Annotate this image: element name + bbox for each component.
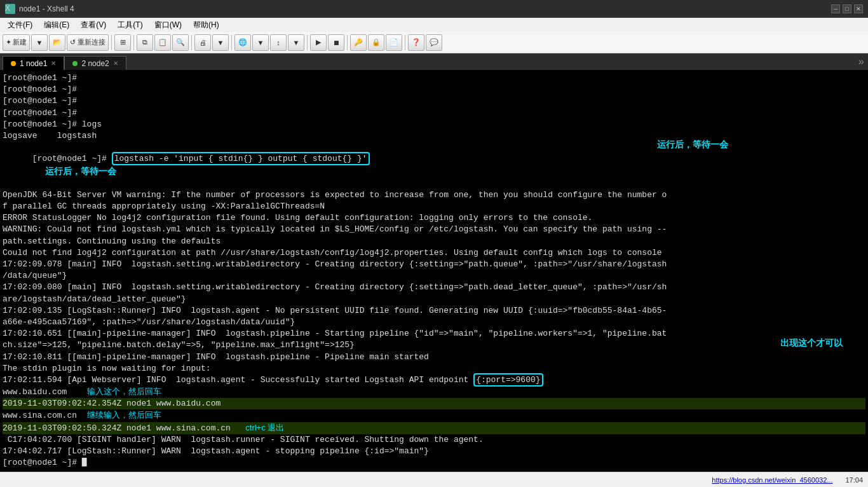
line-3: [root@node1 ~]#: [3, 95, 865, 107]
toolbar-separator-6: [347, 35, 348, 50]
cmd-highlighted: logstash -e 'input { stdin{} } output { …: [112, 152, 370, 165]
title-bar: X node1 - Xshell 4 ─ □ ✕: [0, 0, 868, 18]
line-20: 17:02:10.651 [[main]-pipeline-manager] I…: [3, 328, 865, 340]
annotation-ctrl-c: ctrl+c 退出: [245, 423, 284, 432]
paste-button[interactable]: 📋: [154, 34, 171, 51]
toolbar-separator-2: [133, 35, 134, 50]
line-1: [root@node1 ~]#: [3, 72, 865, 84]
tab-node1[interactable]: 1 node1 ✕: [3, 56, 64, 70]
copy-button[interactable]: ⧉: [137, 34, 153, 51]
folder-button[interactable]: 📂: [49, 34, 65, 51]
help-button[interactable]: ❓: [408, 34, 424, 51]
line-23: The stdin plugin is now waiting for inpu…: [3, 363, 865, 374]
tab-label-2: 2 node2: [81, 59, 109, 68]
line-13: Could not find log4j2 configuration at p…: [3, 247, 865, 259]
reconnect-button[interactable]: ↺ 重新连接: [67, 34, 109, 51]
tab-close-2[interactable]: ✕: [113, 60, 118, 67]
line-30: 17:04:02.717 [LogStash::Runner] WARN log…: [3, 446, 865, 457]
maximize-button[interactable]: □: [843, 4, 851, 13]
line-17: are/logstash/data/dead_letter_queue"}: [3, 294, 865, 305]
start-recording[interactable]: ▶: [310, 34, 327, 51]
line-8: OpenJDK 64-Bit Server VM warning: If the…: [3, 189, 865, 201]
line-15: /data/queue"}: [3, 270, 865, 282]
session-button[interactable]: ⊞: [114, 34, 131, 51]
port-highlight: {:port=>9600}: [473, 373, 543, 387]
tab-dot-2: [72, 61, 78, 66]
log-button[interactable]: 📄: [386, 34, 402, 51]
print-button[interactable]: 🖨: [194, 34, 211, 51]
window-controls: ─ □ ✕: [831, 4, 863, 13]
menu-edit[interactable]: 编辑(E): [39, 18, 74, 32]
line-25: www.baidu.com 输入这个，然后回车: [3, 386, 865, 398]
line-11: WARNING: Could not find logstash.yml whi…: [3, 224, 865, 235]
toolbar-separator-3: [191, 35, 192, 50]
line-24: 17:02:11.594 [Api Webserver] INFO logsta…: [3, 374, 865, 386]
menu-view[interactable]: 查看(V): [76, 18, 111, 32]
title-bar-left: X node1 - Xshell 4: [5, 4, 74, 14]
toolbar: ✦ 新建 ▼ 📂 ↺ 重新连接 ⊞ ⧉ 📋 🔍 🖨 ▼ 🌐 ▼ ↕ ▼ ▶ ⏹ …: [0, 32, 868, 53]
zoom-button[interactable]: 🔍: [172, 34, 189, 51]
close-button[interactable]: ✕: [854, 4, 863, 13]
menu-tools[interactable]: 工具(T): [112, 18, 147, 32]
lock-button[interactable]: 🔒: [368, 34, 384, 51]
annotation-run-wait: 运行后，等待一会: [45, 166, 116, 176]
menu-window[interactable]: 窗口(W): [149, 18, 187, 32]
line-5: [root@node1 ~]# logs: [3, 119, 865, 130]
line-14: 17:02:09.078 [main] INFO logstash.settin…: [3, 259, 865, 270]
line-27: www.sina.com.cn 继续输入，然后回车: [3, 409, 865, 422]
stop-recording[interactable]: ⏹: [328, 34, 344, 51]
app-icon: X: [5, 4, 15, 14]
tab-close-1[interactable]: ✕: [51, 60, 56, 67]
status-bar: https://blog.csdn.net/weixin_4560032... …: [0, 472, 868, 487]
terminal-wrapper: [root@node1 ~]# [root@node1 ~]# [root@no…: [0, 70, 868, 472]
tabs-bar: 1 node1 ✕ 2 node2 ✕ »: [0, 53, 868, 70]
menu-file[interactable]: 文件(F): [3, 18, 37, 32]
status-url[interactable]: https://blog.csdn.net/weixin_4560032...: [712, 476, 832, 484]
xftp-dropdown[interactable]: ▼: [288, 34, 304, 51]
print-dropdown[interactable]: ▼: [212, 34, 229, 51]
line-29: C17:04:02.700 [SIGINT handler] WARN logs…: [3, 434, 865, 446]
key-button[interactable]: 🔑: [350, 34, 367, 51]
toolbar-separator-4: [231, 35, 232, 50]
menu-bar: 文件(F) 编辑(E) 查看(V) 工具(T) 窗口(W) 帮助(H): [0, 18, 868, 32]
line-21: ch.size"=>125, "pipeline.batch.delay"=>5…: [3, 340, 865, 351]
line-26: 2019-11-03T09:02:42.354Z node1 www.baidu…: [3, 398, 865, 409]
line-22: 17:02:10.811 [[main]-pipeline-manager] I…: [3, 352, 865, 363]
line-10: ERROR StatusLogger No log4j2 configurati…: [3, 212, 865, 224]
annotation-continue-input: 继续输入，然后回车: [87, 410, 161, 420]
new-icon: ✦: [6, 38, 11, 46]
line-cmd: [root@node1 ~]# logstash -e 'input { std…: [3, 142, 865, 189]
prompt-text: [root@node1 ~]#: [32, 154, 112, 163]
status-time: 17:04: [845, 476, 863, 484]
new-label: 新建: [13, 38, 27, 47]
line-31: [root@node1 ~]# █: [3, 457, 865, 469]
window-title: node1 - Xshell 4: [19, 4, 74, 13]
terminal[interactable]: [root@node1 ~]# [root@node1 ~]# [root@no…: [0, 70, 868, 472]
line-16: 17:02:09.080 [main] INFO logstash.settin…: [3, 282, 865, 293]
toolbar-separator-7: [405, 35, 405, 50]
chat-button[interactable]: 💬: [426, 34, 442, 51]
open-dropdown[interactable]: ▼: [31, 34, 48, 51]
toolbar-separator-1: [111, 35, 112, 50]
xftp-button[interactable]: ↕: [270, 34, 287, 51]
line-28: 2019-11-03T09:02:50.324Z node1 www.sina.…: [3, 422, 865, 434]
annotation-input-this: 输入这个，然后回车: [87, 387, 161, 396]
menu-help[interactable]: 帮助(H): [188, 18, 224, 32]
line-2: [root@node1 ~]#: [3, 84, 865, 95]
line-9: f parallel GC threads appropriately usin…: [3, 201, 865, 212]
minimize-button[interactable]: ─: [831, 4, 840, 13]
tab-dot-1: [11, 61, 16, 66]
tab-label-1: 1 node1: [20, 59, 47, 68]
tab-scroll-right[interactable]: »: [854, 55, 868, 70]
line-6: logsave logstash: [3, 130, 865, 142]
toolbar-separator-5: [307, 35, 308, 50]
line-18: 17:02:09.135 [LogStash::Runner] INFO log…: [3, 305, 865, 317]
line-12: path.settings. Continuing using the defa…: [3, 236, 865, 247]
transfer-button[interactable]: 🌐: [234, 34, 251, 51]
new-button[interactable]: ✦ 新建: [3, 34, 30, 51]
line-19: a66e-e495caa57169", :path=>"/usr/share/l…: [3, 317, 865, 328]
line-4: [root@node1 ~]#: [3, 107, 865, 119]
tab-node2[interactable]: 2 node2 ✕: [64, 56, 126, 70]
transfer-dropdown[interactable]: ▼: [252, 34, 269, 51]
